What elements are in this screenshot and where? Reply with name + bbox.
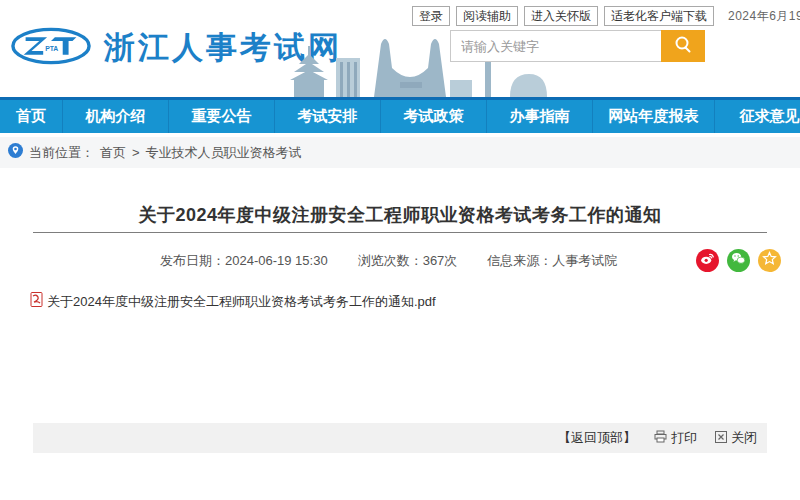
nav-item-about[interactable]: 机构介绍 bbox=[62, 100, 168, 133]
article-title: 关于2024年度中级注册安全工程师职业资格考试考务工作的通知 bbox=[0, 203, 800, 227]
nav-item-exam-schedule[interactable]: 考试安排 bbox=[274, 100, 380, 133]
care-mode-button[interactable]: 进入关怀版 bbox=[524, 6, 598, 26]
nav-item-annual-report[interactable]: 网站年度报表 bbox=[592, 100, 714, 133]
breadcrumb: 当前位置： 首页 > 专业技术人员职业资格考试 bbox=[0, 137, 800, 168]
publish-date-value: 2024-06-19 15:30 bbox=[225, 253, 328, 268]
breadcrumb-home-link[interactable]: 首页 bbox=[100, 144, 126, 162]
page: 登录 阅读辅助 进入关怀版 适老化客户端下载 2024年6月19日 星期三 访问… bbox=[0, 0, 800, 500]
search-icon bbox=[673, 35, 693, 58]
search-input[interactable] bbox=[450, 30, 661, 62]
svg-text:PTA: PTA bbox=[45, 45, 58, 52]
print-icon bbox=[654, 430, 667, 446]
current-date: 2024年6月19日 星期三 bbox=[728, 8, 800, 25]
location-pin-icon bbox=[8, 143, 23, 162]
breadcrumb-label: 当前位置： bbox=[29, 144, 94, 162]
site-search bbox=[450, 30, 705, 62]
close-label: 关闭 bbox=[731, 429, 757, 447]
info-source-label: 信息来源： bbox=[487, 253, 552, 268]
nav-item-exam-policy[interactable]: 考试政策 bbox=[380, 100, 486, 133]
breadcrumb-separator: > bbox=[132, 145, 140, 160]
print-button[interactable]: 打印 bbox=[654, 429, 697, 447]
nav-item-home[interactable]: 首页 bbox=[0, 100, 62, 133]
top-utility-bar: 登录 阅读辅助 进入关怀版 适老化客户端下载 2024年6月19日 星期三 访问… bbox=[412, 5, 800, 27]
info-source: 信息来源：人事考试院 bbox=[487, 252, 617, 270]
share-qzone-button[interactable] bbox=[758, 249, 781, 272]
view-count-value: 367次 bbox=[423, 253, 458, 268]
share-weibo-button[interactable] bbox=[696, 249, 719, 272]
close-button[interactable]: 关闭 bbox=[715, 429, 757, 447]
info-source-value: 人事考试院 bbox=[552, 253, 617, 268]
pdf-icon bbox=[30, 292, 43, 311]
nav-item-service-guide[interactable]: 办事指南 bbox=[486, 100, 592, 133]
elder-client-download-button[interactable]: 适老化客户端下载 bbox=[604, 6, 714, 26]
title-divider bbox=[33, 232, 767, 233]
wechat-icon bbox=[731, 251, 746, 270]
back-to-top-button[interactable]: 【返回顶部】 bbox=[558, 429, 636, 447]
search-button[interactable] bbox=[661, 30, 705, 62]
publish-date-label: 发布日期： bbox=[160, 253, 225, 268]
print-label: 打印 bbox=[671, 429, 697, 447]
close-icon bbox=[715, 431, 727, 446]
breadcrumb-current: 专业技术人员职业资格考试 bbox=[146, 144, 302, 162]
attachment-filename: 关于2024年度中级注册安全工程师职业资格考试考务工作的通知.pdf bbox=[47, 293, 436, 311]
share-wechat-button[interactable] bbox=[727, 249, 750, 272]
reading-aid-button[interactable]: 阅读辅助 bbox=[456, 6, 518, 26]
nav-item-announcements[interactable]: 重要公告 bbox=[168, 100, 274, 133]
view-count-label: 浏览次数： bbox=[358, 253, 423, 268]
article-meta: 发布日期：2024-06-19 15:30 浏览次数：367次 信息来源：人事考… bbox=[160, 252, 617, 270]
nav-item-feedback[interactable]: 征求意见 bbox=[714, 100, 800, 133]
zpta-logo-icon: PTA bbox=[10, 26, 92, 70]
login-button[interactable]: 登录 bbox=[412, 6, 450, 26]
attachment-link[interactable]: 关于2024年度中级注册安全工程师职业资格考试考务工作的通知.pdf bbox=[30, 292, 436, 311]
footer-action-bar: 【返回顶部】 打印 关闭 bbox=[33, 423, 767, 453]
view-count: 浏览次数：367次 bbox=[358, 252, 458, 270]
publish-date: 发布日期：2024-06-19 15:30 bbox=[160, 252, 328, 270]
share-buttons bbox=[696, 249, 781, 272]
qzone-star-icon bbox=[762, 251, 777, 270]
weibo-icon bbox=[700, 251, 715, 270]
main-nav: 首页 机构介绍 重要公告 考试安排 考试政策 办事指南 网站年度报表 征求意见 bbox=[0, 97, 800, 133]
